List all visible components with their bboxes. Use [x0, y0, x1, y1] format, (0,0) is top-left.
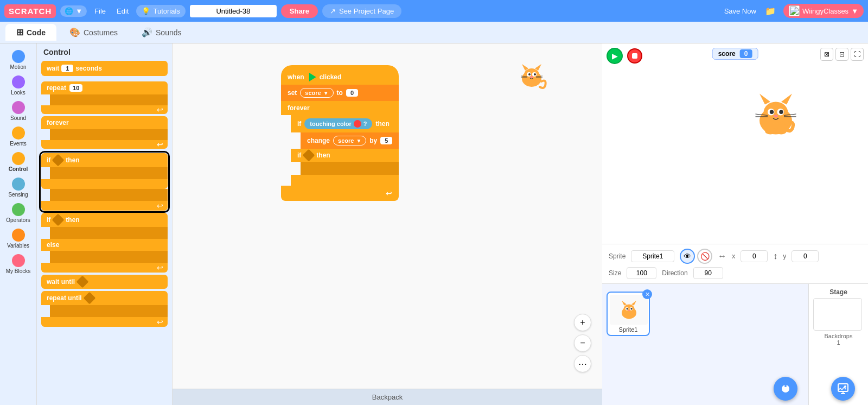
- main-code-stack: when clicked set score ▼ to 0 forever if: [281, 65, 399, 201]
- show-hidden-button[interactable]: 🚫: [697, 249, 712, 264]
- file-menu[interactable]: File: [91, 6, 109, 16]
- y-arrow-label: ↕: [773, 251, 777, 261]
- svg-point-6: [528, 73, 531, 75]
- category-sidebar: Motion Looks Sound Events Control Sensin…: [0, 43, 37, 405]
- wait-until-block[interactable]: wait until: [41, 275, 168, 289]
- stop-button[interactable]: [627, 48, 642, 64]
- tutorials-button[interactable]: 💡 Tutorials: [136, 5, 185, 17]
- stage-cat-sprite: [749, 87, 803, 143]
- right-panel: ▶ score 0 ⊠ ⊡ ⛶: [602, 43, 868, 405]
- tab-costumes[interactable]: 🎨 Costumes: [59, 24, 129, 41]
- scratch-logo[interactable]: SCRATCH: [4, 4, 56, 18]
- sound-label: Sound: [10, 115, 26, 121]
- blocks-panel-title: Control: [41, 48, 168, 56]
- sprite-card[interactable]: ✕ Sprit: [607, 292, 650, 336]
- sprite-thumb-svg: [614, 298, 644, 322]
- language-button[interactable]: 🌐 ▼: [60, 5, 87, 17]
- sidebar-item-sensing[interactable]: Sensing: [1, 175, 36, 200]
- variables-label: Variables: [7, 243, 29, 249]
- project-title-input[interactable]: [190, 5, 277, 17]
- myblocks-label: My Blocks: [6, 268, 31, 274]
- svg-marker-31: [631, 301, 636, 306]
- folder-icon[interactable]: 📁: [765, 6, 776, 16]
- forever-block[interactable]: forever: [41, 116, 168, 129]
- sidebar-item-sound[interactable]: Sound: [1, 99, 36, 123]
- save-now-button[interactable]: Save Now: [724, 7, 756, 15]
- myblocks-dot: [12, 254, 25, 267]
- user-avatar: [789, 5, 800, 16]
- user-account-button[interactable]: WiingyClasses ▼: [783, 4, 864, 18]
- x-input[interactable]: [741, 250, 768, 262]
- add-backdrop-button[interactable]: [831, 377, 855, 401]
- if-touching-block[interactable]: if touching color ? then: [291, 115, 399, 132]
- set-score-block[interactable]: set score ▼ to 0: [281, 85, 399, 101]
- inner-slot: [301, 162, 399, 175]
- stage-controls: ▶: [607, 48, 642, 64]
- stage-resize-buttons: ⊠ ⊡ ⛶: [820, 48, 864, 61]
- zoom-in-button[interactable]: +: [574, 314, 591, 331]
- sidebar-item-myblocks[interactable]: My Blocks: [1, 252, 36, 276]
- sprite-name-label: Sprite1: [610, 326, 647, 333]
- sprite-stage-area: ✕ Sprit: [602, 284, 868, 405]
- top-navigation: SCRATCH 🌐 ▼ File Edit 💡 Tutorials Share …: [0, 0, 868, 22]
- tab-code[interactable]: ⊞ Code: [5, 24, 56, 41]
- sidebar-item-events[interactable]: Events: [1, 124, 36, 149]
- stage-area: ▶ score 0 ⊠ ⊡ ⛶: [602, 43, 868, 244]
- sidebar-item-operators[interactable]: Operators: [1, 201, 36, 225]
- main-layout: Motion Looks Sound Events Control Sensin…: [0, 43, 868, 405]
- sensing-dot: [12, 178, 25, 191]
- direction-label: Direction: [662, 269, 687, 277]
- repeat-block[interactable]: repeat 10: [41, 81, 168, 94]
- svg-rect-37: [838, 384, 848, 391]
- stage-thumbnail: [813, 298, 862, 331]
- sprite-row: Sprite 👁 🚫 ↔ x ↕ y: [609, 249, 861, 264]
- coding-area: when clicked set score ▼ to 0 forever if: [173, 43, 602, 405]
- tabs-bar: ⊞ Code 🎨 Costumes 🔊 Sounds: [0, 22, 868, 43]
- stage-cat-svg: [749, 87, 803, 141]
- diamond-placeholder: [52, 154, 65, 167]
- score-value: 0: [740, 49, 752, 58]
- tab-sounds[interactable]: 🔊 Sounds: [131, 24, 192, 41]
- add-sprite-button[interactable]: [774, 377, 797, 401]
- backpack-bar[interactable]: Backpack: [173, 389, 602, 405]
- sprite-delete-button[interactable]: ✕: [642, 289, 652, 299]
- direction-input[interactable]: [693, 267, 723, 279]
- looks-label: Looks: [11, 90, 25, 96]
- sidebar-item-variables[interactable]: Variables: [1, 226, 36, 251]
- control-label: Control: [9, 166, 28, 172]
- sidebar-item-looks[interactable]: Looks: [1, 73, 36, 98]
- y-input[interactable]: [792, 250, 819, 262]
- change-score-block[interactable]: change score ▼ by 5: [301, 132, 399, 149]
- size-input[interactable]: [627, 267, 656, 279]
- forever-header[interactable]: forever: [281, 101, 399, 115]
- see-project-button[interactable]: ↗ See Project Page: [322, 4, 401, 18]
- svg-marker-15: [760, 94, 770, 105]
- wait-block[interactable]: wait 1 seconds: [41, 61, 168, 76]
- color-dot: [354, 120, 361, 128]
- hat-block[interactable]: when clicked: [281, 65, 399, 85]
- if-close[interactable]: if then: [291, 149, 399, 162]
- add-sprite-icon: [779, 382, 792, 395]
- motion-dot: [12, 50, 25, 63]
- code-blocks-canvas: when clicked set score ▼ to 0 forever if: [173, 43, 602, 405]
- costumes-icon: 🎨: [69, 27, 80, 37]
- share-button[interactable]: Share: [281, 4, 318, 18]
- repeat-until-block[interactable]: repeat until ↩: [41, 291, 168, 327]
- shrink-stage-button[interactable]: ⊠: [820, 48, 833, 61]
- edit-menu[interactable]: Edit: [113, 6, 132, 16]
- sprite-name-input[interactable]: [631, 250, 674, 262]
- if-else-block[interactable]: if then else ↩: [41, 213, 168, 273]
- green-flag-icon: [308, 73, 316, 81]
- zoom-out-button[interactable]: −: [574, 334, 591, 352]
- fullscreen-button[interactable]: ⛶: [851, 48, 864, 61]
- normal-stage-button[interactable]: ⊡: [835, 48, 848, 61]
- green-flag-button[interactable]: ▶: [607, 48, 623, 64]
- show-visible-button[interactable]: 👁: [680, 249, 695, 264]
- sidebar-item-control[interactable]: Control: [1, 150, 36, 174]
- show-buttons: 👁 🚫: [680, 249, 712, 264]
- svg-marker-30: [622, 301, 627, 306]
- zoom-fit-button[interactable]: ⋯: [574, 355, 591, 372]
- stop-icon: [632, 53, 637, 59]
- sidebar-item-motion[interactable]: Motion: [1, 48, 36, 72]
- if-then-block[interactable]: if then ↩: [41, 153, 168, 211]
